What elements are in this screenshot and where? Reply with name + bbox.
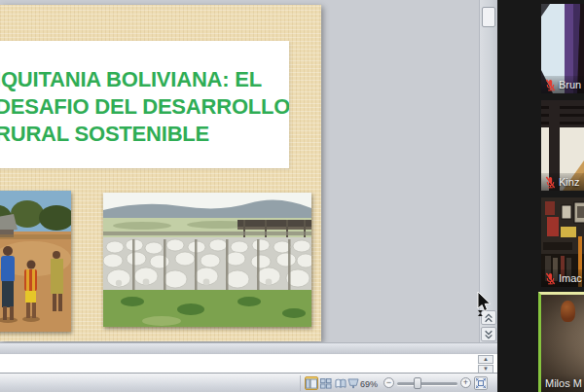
children-photo bbox=[0, 191, 71, 332]
zoom-level-label: 69% bbox=[360, 379, 378, 389]
participant-tile-active-speaker[interactable]: Milos M bbox=[538, 292, 584, 392]
participant-name: Imac bbox=[559, 272, 582, 284]
slide-canvas-area[interactable]: IQUITANIA BOLIVIANA: EL DESAFIO DEL DESA… bbox=[0, 0, 479, 342]
status-bar: 69% − + bbox=[0, 373, 497, 392]
fit-to-window-icon bbox=[476, 378, 486, 388]
slideshow-icon bbox=[347, 378, 359, 389]
horizontal-scrollbar[interactable] bbox=[0, 342, 497, 353]
normal-view-icon bbox=[306, 378, 317, 389]
slideshow-view-button[interactable] bbox=[347, 376, 360, 390]
scrollbar-thumb[interactable] bbox=[482, 7, 495, 27]
double-chevron-down-icon bbox=[484, 330, 493, 339]
participant-name: Kinz bbox=[559, 176, 579, 188]
mic-muted-icon bbox=[545, 79, 556, 91]
participant-name-bar: Brun bbox=[541, 76, 584, 93]
participant-tile[interactable]: Kinz bbox=[541, 100, 584, 191]
slide-sorter-view-button[interactable] bbox=[319, 376, 333, 390]
mic-muted-icon bbox=[545, 176, 556, 189]
notes-pane[interactable]: ▲ ▼ bbox=[0, 353, 497, 373]
zoom-in-button[interactable]: + bbox=[460, 377, 471, 388]
cattle-photo bbox=[103, 193, 311, 327]
participant-name-bar: Imac bbox=[541, 269, 584, 287]
slide-title-line: DESAFIO DEL DESARROLLO bbox=[0, 93, 289, 121]
fit-slide-to-window-button[interactable] bbox=[474, 376, 488, 390]
video-object bbox=[561, 301, 575, 322]
slide-title-line: RURAL SOSTENIBLE bbox=[0, 121, 289, 148]
next-slide-button[interactable] bbox=[481, 327, 496, 341]
participant-name: Brun bbox=[559, 79, 581, 90]
slide-title-box[interactable]: IQUITANIA BOLIVIANA: EL DESAFIO DEL DESA… bbox=[0, 41, 289, 168]
slide[interactable]: IQUITANIA BOLIVIANA: EL DESAFIO DEL DESA… bbox=[0, 5, 321, 341]
reading-view-button[interactable] bbox=[334, 376, 347, 390]
status-bar-separator bbox=[300, 375, 301, 391]
slide-sorter-icon bbox=[320, 378, 332, 389]
slide-title-line: IQUITANIA BOLIVIANA: EL bbox=[0, 66, 289, 93]
normal-view-button[interactable] bbox=[305, 376, 318, 390]
participant-name-bar: Milos M bbox=[541, 374, 584, 392]
powerpoint-window: IQUITANIA BOLIVIANA: EL DESAFIO DEL DESA… bbox=[0, 0, 497, 392]
participant-tile[interactable]: Imac bbox=[541, 197, 584, 287]
mouse-cursor bbox=[477, 292, 494, 321]
zoom-slider-thumb[interactable] bbox=[414, 377, 421, 389]
participant-tile[interactable]: Brun bbox=[541, 4, 584, 93]
notes-scroll-up-button[interactable]: ▲ bbox=[478, 355, 493, 364]
mic-muted-icon bbox=[545, 272, 556, 285]
zoom-out-button[interactable]: − bbox=[383, 377, 394, 388]
screen: IQUITANIA BOLIVIANA: EL DESAFIO DEL DESA… bbox=[0, 0, 584, 392]
zoom-slider-track[interactable] bbox=[397, 382, 457, 385]
participant-name-bar: Kinz bbox=[541, 173, 584, 191]
reading-view-icon bbox=[335, 378, 347, 389]
participant-name: Milos M bbox=[545, 377, 582, 389]
